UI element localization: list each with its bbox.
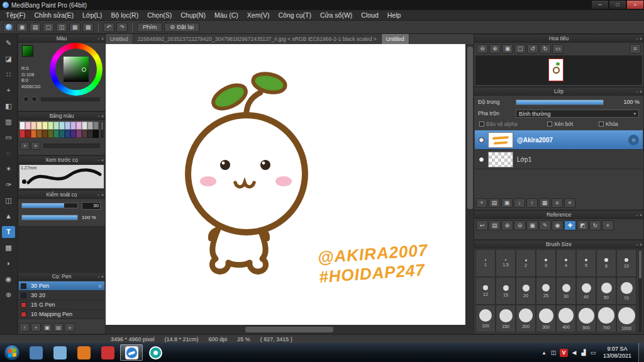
palette-swatch[interactable] — [87, 122, 93, 130]
ref-zoom-out-icon[interactable]: ⊖ — [514, 220, 526, 230]
zoom-out-icon[interactable]: ⊖ — [477, 44, 488, 54]
palette-swatch[interactable] — [48, 130, 53, 138]
cloud-sync-button[interactable] — [3, 23, 14, 32]
lock-checkbox[interactable]: Khóa — [599, 121, 618, 127]
palette-swatch[interactable] — [76, 130, 82, 138]
brush-folder-icon[interactable]: ▤ — [53, 323, 64, 332]
brush-row[interactable]: 10 Mapping Pen ☼ — [19, 310, 104, 319]
brush-size-scroll-thumb[interactable] — [639, 251, 641, 278]
palette-add-icon[interactable]: + — [20, 142, 30, 150]
ref-lock-icon[interactable]: ◩ — [577, 220, 589, 230]
brush-size-cell[interactable]: 50 — [596, 277, 616, 305]
tray-action-icon[interactable]: ▭ — [590, 349, 596, 356]
popout-icon[interactable]: ▫ — [97, 156, 99, 164]
palette-swatch[interactable] — [65, 122, 70, 130]
menu-item[interactable]: Cửa sổ(W) — [316, 11, 357, 20]
delete-layer-icon[interactable]: × — [564, 198, 575, 208]
brush-size-cell[interactable]: 700 — [596, 305, 616, 332]
color-history-dot[interactable] — [31, 96, 37, 102]
ref-pencil-icon[interactable]: ✎ — [539, 220, 551, 230]
display-icon[interactable]: ◫ — [56, 23, 67, 32]
palette-swatch[interactable] — [65, 130, 70, 138]
reset-button[interactable]: ⊘ Đặt lại — [164, 23, 199, 32]
close-icon[interactable]: × — [640, 35, 642, 43]
brush-size-cell[interactable]: 25 — [536, 277, 556, 305]
color-bar-groove[interactable] — [41, 98, 100, 101]
text-tool[interactable]: T — [2, 226, 15, 238]
layer-settings-icon[interactable]: ≡ — [552, 198, 563, 208]
brush-size-cell[interactable]: 5 — [576, 249, 596, 277]
navigator-menu-icon[interactable]: ≡ — [630, 44, 641, 54]
brush-size-cell[interactable]: 1.5 — [496, 249, 516, 277]
duplicate-layer-icon[interactable]: ▣ — [501, 198, 513, 208]
close-icon[interactable]: × — [101, 156, 104, 164]
saturation-value-square[interactable] — [64, 57, 89, 82]
palette-swatch[interactable] — [82, 130, 87, 138]
palette-swatch[interactable] — [76, 122, 82, 130]
actual-pixels-icon[interactable]: ▢ — [514, 44, 526, 54]
brush-row[interactable]: 30 20 ☼ — [19, 291, 104, 300]
popout-icon[interactable]: ▫ — [636, 88, 637, 96]
hand-tool[interactable]: ◉ — [2, 273, 15, 285]
palette-swatch[interactable] — [93, 122, 99, 130]
palette-swatch[interactable] — [82, 122, 87, 130]
zoom-tool[interactable]: ⊕ — [2, 289, 15, 301]
menu-item[interactable]: Lớp(L) — [78, 11, 106, 20]
palette-swatch[interactable] — [59, 130, 65, 138]
palette-swatch[interactable] — [19, 122, 25, 130]
menu-item[interactable]: Chụp(N) — [176, 11, 210, 20]
close-icon[interactable]: × — [101, 112, 104, 120]
popout-icon[interactable]: ▫ — [636, 211, 637, 219]
palette-scroll-thumb[interactable] — [101, 122, 103, 130]
menu-item[interactable]: Chọn(S) — [143, 11, 176, 20]
layer-row[interactable]: @Akira2007 ☼ — [475, 130, 643, 150]
add-folder-icon[interactable]: ▤ — [489, 198, 500, 208]
navigator-thumbnail[interactable] — [548, 59, 564, 81]
brush-row[interactable]: 30 Pen ☼ — [19, 281, 104, 291]
add-layer-icon[interactable]: + — [476, 198, 487, 208]
ref-hand-icon[interactable]: ✚ — [564, 220, 576, 230]
color-history-dot[interactable] — [23, 96, 29, 102]
palette-swatch[interactable] — [31, 130, 36, 138]
layer-folder-icon[interactable]: ▦ — [539, 198, 550, 208]
layer-visibility-icon[interactable] — [479, 137, 484, 143]
palette-swatch[interactable] — [25, 122, 31, 130]
move-layer-up-icon[interactable]: ↑ — [526, 198, 538, 208]
minimize-button[interactable]: ─ — [591, 0, 609, 9]
brush-settings-icon[interactable]: ☼ — [97, 283, 103, 289]
palette-delete-icon[interactable]: × — [31, 142, 40, 150]
menu-item[interactable]: Cloud — [357, 11, 382, 20]
brush-size-cell[interactable]: 12 — [475, 277, 496, 305]
foreground-color-swatch[interactable] — [22, 45, 33, 57]
brush-row[interactable]: 15 G Pen ☼ — [19, 300, 104, 310]
brush-size-scrollbar[interactable] — [638, 249, 642, 332]
fill-tool[interactable]: ◧ — [2, 100, 15, 112]
rotate-cw-icon[interactable]: ↻ — [540, 44, 551, 54]
palette-swatch[interactable] — [36, 122, 42, 130]
delete-brush-icon[interactable]: × — [65, 323, 75, 332]
close-icon[interactable]: × — [640, 88, 642, 96]
palette-swatch[interactable] — [53, 130, 59, 138]
brush-size-cell[interactable]: 30 — [556, 277, 576, 305]
dot-tool[interactable]: ∷ — [2, 69, 15, 81]
brush-size-value[interactable]: 30 — [82, 202, 101, 210]
taskbar-app-1[interactable] — [25, 344, 47, 361]
brush-size-cell[interactable]: 400 — [556, 305, 576, 332]
taskbar-app-4[interactable] — [96, 344, 119, 361]
redo-icon[interactable]: ↷ — [116, 23, 128, 32]
canvas-horizontal-scrollbar[interactable] — [106, 325, 465, 333]
close-icon[interactable]: × — [101, 35, 104, 43]
blend-mode-select[interactable]: Bình thường ▾ — [516, 110, 639, 118]
menu-item[interactable]: Màu (C) — [210, 11, 243, 20]
document-tab[interactable]: Untitled — [106, 34, 133, 44]
palette-swatch[interactable] — [19, 130, 25, 138]
brush-opacity-slider[interactable] — [21, 215, 78, 220]
close-icon[interactable]: × — [101, 191, 104, 199]
brush-size-cell[interactable]: 15 — [496, 277, 516, 305]
close-icon[interactable]: × — [101, 273, 104, 281]
eraser-tool[interactable]: ◪ — [2, 53, 15, 65]
export-icon[interactable]: ▤ — [30, 23, 41, 32]
brush-size-cell[interactable]: 500 — [576, 305, 596, 332]
grid-icon[interactable]: ▦ — [69, 23, 80, 32]
menu-item[interactable]: Chỉnh sửa(E) — [30, 11, 78, 20]
